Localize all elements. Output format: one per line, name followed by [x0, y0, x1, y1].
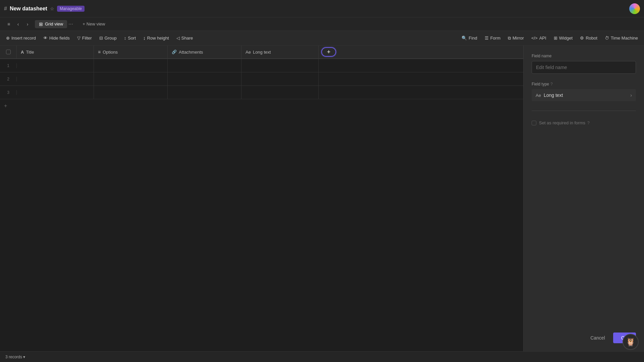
- attachments-col-label: Attachments: [179, 50, 203, 55]
- row-cell-title[interactable]: [17, 59, 94, 72]
- divider: [532, 111, 636, 111]
- row-cell-options[interactable]: [94, 86, 168, 99]
- column-header-title[interactable]: A Title: [17, 46, 94, 58]
- form-icon: ☰: [485, 36, 489, 41]
- longtext-col-label: Long text: [253, 50, 271, 55]
- sort-icon: ↕: [124, 36, 126, 41]
- top-bar-right: [629, 3, 640, 14]
- robot-icon: ⚙: [580, 36, 584, 41]
- select-all-checkbox[interactable]: [6, 50, 11, 54]
- new-view-button[interactable]: + New view: [80, 20, 108, 28]
- avatar[interactable]: [629, 3, 640, 14]
- records-count-text: 3 records: [5, 355, 22, 359]
- required-label-text: Set as required in forms: [539, 120, 585, 125]
- hide-fields-button[interactable]: 👁 Hide fields: [40, 34, 73, 42]
- back-button[interactable]: ‹: [13, 19, 23, 29]
- hide-fields-icon: 👁: [43, 36, 48, 41]
- row-cell-title[interactable]: [17, 72, 94, 85]
- add-row-icon: +: [4, 103, 7, 109]
- top-bar: # New datasheet ☆ Manageable: [0, 0, 644, 17]
- group-label: Group: [105, 36, 117, 41]
- toolbar-right: 🔍 Find ☰ Form ⧉ Mirror </> API ⊞ Widget …: [458, 34, 641, 43]
- field-type-value: Long text: [544, 93, 563, 98]
- filter-button[interactable]: ▽ Filter: [74, 34, 95, 42]
- cancel-button[interactable]: Cancel: [586, 333, 609, 343]
- row-cell-attachments[interactable]: [168, 59, 241, 72]
- find-icon: 🔍: [462, 36, 467, 41]
- sort-button[interactable]: ↕ Sort: [121, 34, 139, 42]
- add-field-button[interactable]: +: [319, 46, 339, 58]
- row-height-label: Row height: [147, 36, 169, 41]
- field-name-section: Field name: [532, 54, 636, 74]
- options-col-label: Options: [103, 50, 118, 55]
- group-icon: ⊟: [99, 36, 103, 41]
- field-name-label: Field name: [532, 54, 636, 58]
- field-type-section: Field type ? Ae Long text ›: [532, 82, 636, 101]
- group-button[interactable]: ⊟ Group: [96, 34, 120, 42]
- hide-fields-label: Hide fields: [49, 36, 70, 41]
- widget-label: Widget: [559, 36, 573, 41]
- grid-view-label: Grid view: [45, 21, 63, 26]
- column-header-attachments[interactable]: 🔗 Attachments: [168, 46, 241, 58]
- form-label: Form: [490, 36, 500, 41]
- sidebar-toggle[interactable]: ≡: [4, 19, 13, 29]
- star-icon[interactable]: ☆: [50, 6, 54, 11]
- row-number: 3: [0, 90, 17, 95]
- field-type-label-text: Field type: [532, 82, 549, 86]
- column-header-options[interactable]: ≡ Options: [94, 46, 168, 58]
- insert-record-button[interactable]: ⊕ Insert record: [3, 34, 39, 42]
- row-cell-options[interactable]: [94, 72, 168, 85]
- grid-view-icon: ⊞: [39, 21, 43, 27]
- robot-label: Robot: [586, 36, 597, 41]
- required-checkbox[interactable]: [532, 121, 536, 125]
- field-type-icon: Ae: [536, 93, 541, 98]
- mascot-button[interactable]: 🦉: [623, 334, 639, 350]
- time-machine-button[interactable]: ⏱ Time Machine: [601, 34, 641, 42]
- share-icon: ◁: [176, 36, 180, 41]
- sort-label: Sort: [128, 36, 136, 41]
- field-type-help-icon[interactable]: ?: [550, 82, 553, 86]
- status-bar: 3 records ▾: [0, 351, 644, 362]
- widget-button[interactable]: ⊞ Widget: [550, 34, 576, 42]
- row-number: 1: [0, 63, 17, 68]
- column-header-longtext[interactable]: Ae Long text: [241, 46, 319, 58]
- top-bar-left: # New datasheet ☆ Manageable: [4, 6, 629, 12]
- filter-icon: ▽: [77, 36, 80, 41]
- view-options-menu[interactable]: ⋯: [67, 20, 74, 28]
- required-row: Set as required in forms ?: [532, 120, 636, 125]
- field-name-input[interactable]: [532, 61, 636, 74]
- mirror-button[interactable]: ⧉ Mirror: [504, 34, 527, 43]
- field-type-selector[interactable]: Ae Long text ›: [532, 89, 636, 101]
- find-button[interactable]: 🔍 Find: [458, 34, 480, 42]
- panel-actions: Cancel OK: [532, 333, 636, 343]
- row-cell-options[interactable]: [94, 59, 168, 72]
- forward-button[interactable]: ›: [23, 19, 32, 29]
- form-button[interactable]: ☰ Form: [481, 34, 504, 42]
- hash-icon: #: [4, 6, 7, 12]
- add-field-plus-icon[interactable]: +: [321, 47, 336, 57]
- records-count[interactable]: 3 records ▾: [5, 355, 25, 359]
- robot-button[interactable]: ⚙ Robot: [577, 34, 601, 42]
- insert-record-label: Insert record: [11, 36, 36, 41]
- toolbar: ⊕ Insert record 👁 Hide fields ▽ Filter ⊟…: [0, 31, 644, 46]
- new-view-label: New view: [87, 21, 105, 26]
- row-cell-title[interactable]: [17, 86, 94, 99]
- row-cell-attachments[interactable]: [168, 72, 241, 85]
- api-button[interactable]: </> API: [528, 34, 550, 42]
- checkbox-column-header[interactable]: [0, 46, 17, 58]
- row-cell-longtext[interactable]: [241, 72, 319, 85]
- field-type-arrow-icon: ›: [630, 93, 632, 98]
- api-label: API: [539, 36, 546, 41]
- row-cell-longtext[interactable]: [241, 59, 319, 72]
- required-help-icon[interactable]: ?: [587, 121, 590, 125]
- grid-view-tab[interactable]: ⊞ Grid view: [35, 20, 67, 28]
- time-machine-label: Time Machine: [611, 36, 638, 41]
- row-height-button[interactable]: ↨ Row height: [140, 34, 172, 42]
- manageable-badge[interactable]: Manageable: [57, 6, 85, 12]
- row-cell-attachments[interactable]: [168, 86, 241, 99]
- filter-label: Filter: [82, 36, 92, 41]
- field-editor-panel: Field name Field type ? Ae Long text › S…: [523, 46, 644, 351]
- share-button[interactable]: ◁ Share: [173, 34, 197, 42]
- mirror-icon: ⧉: [508, 36, 511, 41]
- row-cell-longtext[interactable]: [241, 86, 319, 99]
